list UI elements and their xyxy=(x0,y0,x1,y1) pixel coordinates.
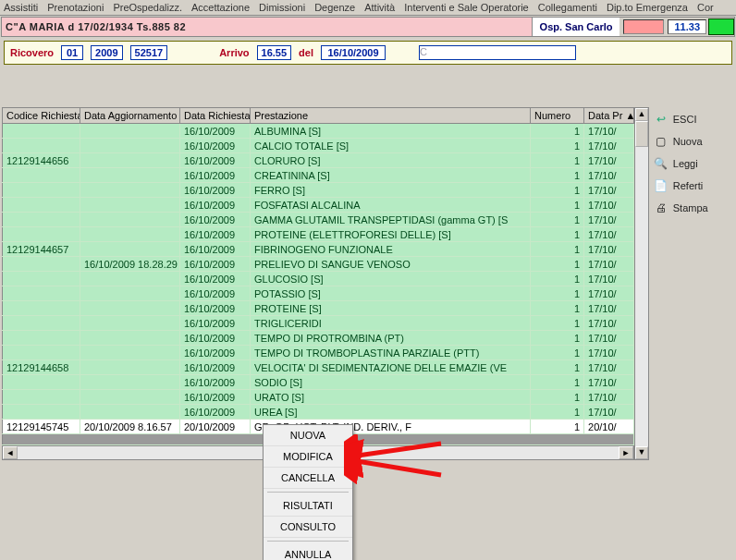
table-row[interactable]: 16/10/2009GAMMA GLUTAMIL TRANSPEPTIDASI … xyxy=(3,213,634,227)
cell-prest: UREA [S] xyxy=(251,405,531,420)
cell-agg xyxy=(80,213,180,227)
table-row[interactable]: 1212914465816/10/2009VELOCITA' DI SEDIME… xyxy=(3,360,634,375)
col-prestazione[interactable]: Prestazione xyxy=(251,108,531,124)
cell-num: 1 xyxy=(531,139,584,153)
menu-dipemerg[interactable]: Dip.to Emergenza xyxy=(607,2,688,13)
table-row[interactable]: 16/10/2009PROTEINE (ELETTROFORESI DELLE)… xyxy=(3,227,634,242)
table-row[interactable]: 16/10/2009FOSFATASI ALCALINA117/10/ xyxy=(3,198,634,213)
ricovero-bar: Ricovero 01 2009 52517 Arrivo 16.55 del … xyxy=(4,41,732,65)
ctx-consulto[interactable]: CONSULTO xyxy=(264,517,352,538)
cell-prest: TRIGLICERIDI xyxy=(251,316,531,331)
cell-dp: 17/10/ xyxy=(584,375,634,390)
scroll-up-icon[interactable]: ▲ xyxy=(635,108,648,121)
col-data-richiesta[interactable]: Data Richiesta xyxy=(180,108,251,124)
cell-agg xyxy=(80,346,180,360)
cell-data: 16/10/2009 xyxy=(180,242,251,257)
ctx-nuova[interactable]: NUOVA xyxy=(264,425,352,446)
scroll-right-icon[interactable]: ► xyxy=(619,446,633,459)
patient-field[interactable]: C xyxy=(419,45,576,60)
side-label: Nuova xyxy=(673,136,703,147)
menu-attivita[interactable]: Attività xyxy=(364,2,395,13)
cell-cod xyxy=(3,375,80,390)
ctx-risultati[interactable]: RISULTATI xyxy=(264,495,352,517)
menu-assistiti[interactable]: Assistiti xyxy=(4,2,38,13)
cell-data: 16/10/2009 xyxy=(180,301,251,316)
side-label: Leggi xyxy=(673,158,698,169)
scroll-down-icon[interactable]: ▼ xyxy=(635,446,648,459)
cell-cod: 12129145745 xyxy=(3,420,80,434)
del-field[interactable]: 16/10/2009 xyxy=(321,45,386,60)
table-row[interactable]: 16/10/2009TRIGLICERIDI117/10/ xyxy=(3,316,634,331)
table-row[interactable]: 16/10/2009 18.28.2916/10/2009PRELIEVO DI… xyxy=(3,257,634,272)
arrivo-field[interactable]: 16.55 xyxy=(257,45,292,60)
ricovero-field-3[interactable]: 52517 xyxy=(130,45,168,60)
table-row[interactable]: 16/10/2009CREATININA [S]117/10/ xyxy=(3,168,634,183)
cell-cod xyxy=(3,272,80,286)
results-grid[interactable]: Codice Richiesta Data Aggiornamento Data… xyxy=(2,107,634,445)
cell-prest: FOSFATASI ALCALINA xyxy=(251,198,531,213)
side-label: Referti xyxy=(673,180,703,191)
table-row[interactable]: 1212914465716/10/2009FIBRINOGENO FUNZION… xyxy=(3,242,634,257)
cell-num: 1 xyxy=(531,286,584,301)
grid-header: Codice Richiesta Data Aggiornamento Data… xyxy=(3,108,634,124)
cell-prest: GAMMA GLUTAMIL TRANSPEPTIDASI (gamma GT)… xyxy=(251,213,531,227)
col-data-pr[interactable]: Data Pr ▲ xyxy=(584,108,634,124)
menu-prenotazioni[interactable]: Prenotazioni xyxy=(47,2,104,13)
cell-prest: PRELIEVO DI SANGUE VENOSO xyxy=(251,257,531,272)
table-row[interactable]: 16/10/2009TEMPO DI PROTROMBINA (PT)117/1… xyxy=(3,331,634,346)
cell-dp: 17/10/ xyxy=(584,124,634,139)
cell-data: 16/10/2009 xyxy=(180,168,251,183)
side-stampa[interactable]: 🖨 Stampa xyxy=(653,200,732,216)
col-codice[interactable]: Codice Richiesta xyxy=(3,108,80,124)
ctx-cancella[interactable]: CANCELLA xyxy=(264,468,352,489)
cell-prest: CLORURO [S] xyxy=(251,153,531,168)
table-row[interactable]: 16/10/2009FERRO [S]117/10/ xyxy=(3,183,634,198)
cell-prest: CREATININA [S] xyxy=(251,168,531,183)
table-row[interactable]: 1212914465616/10/2009CLORURO [S]117/10/ xyxy=(3,153,634,168)
menubar: Assistiti Prenotazioni PreOspedalizz. Ac… xyxy=(0,0,736,16)
ricovero-field-2[interactable]: 2009 xyxy=(91,45,122,60)
col-aggiornamento[interactable]: Data Aggiornamento xyxy=(80,108,180,124)
table-row[interactable]: 16/10/2009GLUCOSIO [S]117/10/ xyxy=(3,272,634,286)
table-row[interactable]: 16/10/2009URATO [S]117/10/ xyxy=(3,390,634,405)
menu-interventi[interactable]: Interventi e Sale Operatorie xyxy=(404,2,529,13)
cell-prest: URATO [S] xyxy=(251,390,531,405)
cell-dp: 20/10/ xyxy=(584,420,634,434)
table-row[interactable]: 16/10/2009UREA [S]117/10/ xyxy=(3,405,634,420)
cell-cod xyxy=(3,124,80,139)
cell-num: 1 xyxy=(531,420,584,434)
scroll-left-icon[interactable]: ◄ xyxy=(3,446,18,459)
side-referti[interactable]: 📄 Referti xyxy=(653,177,732,194)
ctx-annulla[interactable]: ANNULLA xyxy=(264,544,352,560)
table-row[interactable]: 16/10/2009TEMPO DI TROMBOPLASTINA PARZIA… xyxy=(3,346,634,360)
v-scrollbar[interactable]: ▲ ▼ xyxy=(634,107,649,460)
ctx-modifica[interactable]: MODIFICA xyxy=(264,446,352,468)
cell-dp: 17/10/ xyxy=(584,346,634,360)
table-row[interactable]: 16/10/2009SODIO [S]117/10/ xyxy=(3,375,634,390)
v-scroll-thumb[interactable] xyxy=(635,121,648,147)
table-row[interactable]: 16/10/2009ALBUMINA [S]117/10/ xyxy=(3,124,634,139)
menu-preosped[interactable]: PreOspedalizz. xyxy=(113,2,182,13)
menu-accettazione[interactable]: Accettazione xyxy=(191,2,250,13)
side-esci[interactable]: ↩ ESCI xyxy=(653,111,732,128)
menu-degenze[interactable]: Degenze xyxy=(314,2,355,13)
col-numero[interactable]: Numero xyxy=(531,108,584,124)
menu-cor[interactable]: Cor xyxy=(697,2,714,13)
cell-agg: 20/10/2009 8.16.57 xyxy=(80,420,180,434)
menu-dimissioni[interactable]: Dimissioni xyxy=(259,2,305,13)
v-scroll-track[interactable] xyxy=(635,121,648,446)
table-row[interactable]: 16/10/2009CALCIO TOTALE [S]117/10/ xyxy=(3,139,634,153)
ricovero-field-1[interactable]: 01 xyxy=(61,45,83,60)
cell-num: 1 xyxy=(531,390,584,405)
cell-dp: 17/10/ xyxy=(584,286,634,301)
cell-data: 16/10/2009 xyxy=(180,139,251,153)
side-nuova[interactable]: ▢ Nuova xyxy=(653,133,732,150)
cell-num: 1 xyxy=(531,405,584,420)
cell-data: 16/10/2009 xyxy=(180,198,251,213)
cell-dp: 17/10/ xyxy=(584,390,634,405)
side-leggi[interactable]: 🔍 Leggi xyxy=(653,155,732,172)
menu-collegamenti[interactable]: Collegamenti xyxy=(538,2,597,13)
table-row[interactable]: 16/10/2009POTASSIO [S]117/10/ xyxy=(3,286,634,301)
cell-cod xyxy=(3,183,80,198)
table-row[interactable]: 16/10/2009PROTEINE [S]117/10/ xyxy=(3,301,634,316)
